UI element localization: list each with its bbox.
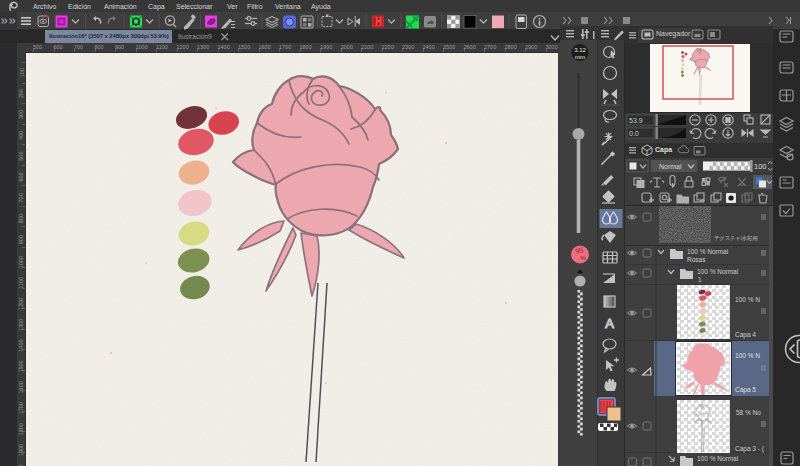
svg-text:100: 100 (19, 68, 25, 77)
svg-text:1400: 1400 (19, 339, 25, 351)
svg-text:100: 100 (754, 162, 767, 171)
svg-text:1300: 1300 (19, 319, 25, 331)
svg-text:3.12: 3.12 (574, 47, 586, 53)
svg-text:500: 500 (19, 152, 25, 161)
svg-text:1700: 1700 (19, 402, 25, 414)
svg-text:0.0: 0.0 (629, 130, 639, 137)
svg-text:1200: 1200 (19, 298, 25, 310)
svg-text:400: 400 (19, 131, 25, 140)
svg-text:700: 700 (19, 193, 25, 202)
svg-text:800: 800 (19, 214, 25, 223)
svg-text:600: 600 (19, 172, 25, 181)
svg-text:1100: 1100 (19, 277, 25, 289)
svg-text:900: 900 (19, 235, 25, 244)
svg-text:300: 300 (19, 110, 25, 119)
svg-text:Normal: Normal (659, 163, 682, 170)
svg-text:1800: 1800 (19, 423, 25, 435)
svg-text:1600: 1600 (19, 381, 25, 393)
svg-text:1900: 1900 (19, 444, 25, 456)
svg-text:1000: 1000 (19, 256, 25, 268)
svg-text:200: 200 (19, 89, 25, 98)
svg-text:A: A (605, 316, 614, 331)
svg-text:mm: mm (575, 54, 585, 60)
svg-text:1500: 1500 (19, 360, 25, 372)
svg-text:53.9: 53.9 (629, 117, 643, 124)
